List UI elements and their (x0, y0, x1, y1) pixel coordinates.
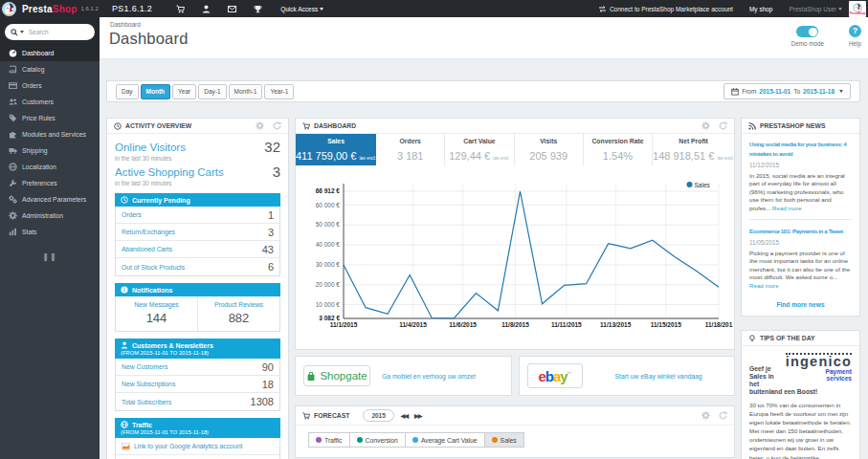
date-from-value: 2015-11-01 (759, 88, 790, 95)
user-avatar[interactable]: PrestaShop (849, 1, 866, 17)
range-button-month[interactable]: Month (141, 84, 171, 99)
shopgate-logo[interactable]: Shopgate (303, 365, 370, 386)
demo-mode-toggle[interactable] (796, 26, 818, 37)
marketplace-connect-link[interactable]: Connect to PrestaShop Marketplace accoun… (598, 5, 733, 13)
quick-access-menu[interactable]: Quick Access (280, 6, 323, 12)
range-button-year[interactable]: Year (172, 84, 196, 99)
cart-icon[interactable] (176, 5, 185, 13)
kpi-value: 205 939 (515, 150, 583, 162)
search-input[interactable] (29, 29, 86, 35)
forecast-legend-average-cart-value[interactable]: Average Cart Value (406, 432, 485, 448)
activity-row-link[interactable]: Total Subscribers (122, 399, 171, 405)
read-more-link[interactable]: Read more (749, 282, 779, 289)
globe-icon (121, 421, 128, 428)
shopgate-logo-text: Shopgate (320, 370, 367, 382)
tips-panel-header: TIPS OF THE DAY (742, 331, 859, 346)
activity-row-link[interactable]: Orders (122, 211, 142, 218)
help-control: ? Help (849, 25, 861, 47)
kpi-tile-sales[interactable]: Sales411 759,00 € tax excl. (296, 134, 376, 165)
sidebar-item-localization[interactable]: Localization (0, 159, 100, 175)
forecast-legend-sales[interactable]: Sales (485, 432, 524, 448)
sidebar-item-customers[interactable]: Customers (0, 94, 100, 110)
forecast-legend-traffic[interactable]: Traffic (308, 432, 350, 448)
gear-icon[interactable] (701, 411, 710, 420)
avatar-mascot-icon (853, 3, 862, 12)
next-year-button[interactable]: ▶▶ (414, 412, 421, 419)
activity-row-link[interactable]: New Customers (122, 363, 167, 370)
breadcrumb[interactable]: Dashboard (110, 21, 141, 28)
activity-row-value: 18 (262, 379, 274, 390)
sidebar-search (0, 17, 100, 45)
refresh-icon[interactable] (719, 411, 727, 420)
kpi-tile-net-profit[interactable]: Net Profit148 918,51 € tax excl. (653, 134, 734, 165)
shopgate-link[interactable]: Ga mobiel en verhoog uw omzet (382, 373, 476, 380)
truck-icon (9, 146, 22, 155)
forecast-year-pill[interactable]: 2015 (363, 409, 393, 422)
range-button-year-1[interactable]: Year-1 (264, 84, 294, 99)
kpi-tile-conversion-rate[interactable]: Conversion Rate1.54% (584, 134, 653, 165)
google-analytics-link[interactable]: Link to your Google Analytics account (134, 443, 242, 449)
bar-chart-icon (9, 228, 22, 236)
legend-dot-icon (412, 437, 418, 443)
search-icon (11, 29, 18, 36)
sidebar-item-stats[interactable]: Stats (0, 224, 100, 240)
kpi-tile-visits[interactable]: Visits205 939 (515, 134, 584, 165)
activity-row-link[interactable]: New Subscriptions (122, 381, 175, 387)
online-visitors-link[interactable]: Online Visitors (115, 142, 186, 153)
activity-row-link[interactable]: Abandoned Carts (122, 246, 172, 252)
sidebar-item-catalog[interactable]: Catalog (0, 61, 100, 77)
shop-name[interactable]: PS1.6.1.2 (112, 4, 152, 13)
find-more-news-link[interactable]: Find more news (749, 301, 852, 308)
help-icon[interactable]: ? (849, 25, 861, 37)
notification-label: Product Reviews (198, 301, 279, 308)
date-range-picker[interactable]: From 2015-11-01 To 2015-11-18 (723, 83, 851, 99)
svg-text:11/15/2015: 11/15/2015 (651, 321, 682, 328)
article-excerpt: In 2015, social media are an integral pa… (749, 172, 852, 212)
credit-card-icon (9, 81, 22, 90)
sidebar-item-dashboard[interactable]: Dashboard (0, 45, 100, 61)
sidebar-item-label: Preferences (22, 180, 57, 186)
globe-icon (9, 163, 22, 171)
activity-row-link[interactable]: Out of Stock Products (122, 264, 185, 271)
previous-year-button[interactable]: ◀◀ (401, 412, 408, 419)
sidebar-collapse-button[interactable]: ❚❚ (0, 252, 100, 261)
legend-dot-icon (357, 437, 363, 443)
sidebar-item-price-rules[interactable]: Price Rules (0, 110, 100, 126)
messages-icon[interactable] (228, 5, 236, 13)
active-carts-link[interactable]: Active Shopping Carts (115, 166, 224, 178)
user-menu[interactable]: PrestaShop User (790, 6, 843, 12)
search-box[interactable] (5, 24, 95, 40)
activity-row-link[interactable]: Return/Exchanges (122, 229, 175, 235)
kpi-label: Visits (515, 138, 583, 144)
forecast-legend-conversion[interactable]: Conversion (350, 432, 406, 448)
read-more-link[interactable]: Read more (772, 205, 802, 211)
sidebar-item-advanced-parameters[interactable]: Advanced Parameters (0, 191, 100, 208)
trophy-icon[interactable] (254, 5, 262, 13)
range-button-day-1[interactable]: Day-1 (198, 84, 226, 99)
my-shop-link[interactable]: My shop (749, 6, 773, 12)
article-title-link[interactable]: Ecommerce 101: Payments in a Tweet (749, 227, 852, 236)
sidebar-item-administration[interactable]: Administration (0, 208, 100, 224)
article-title-link[interactable]: Using social media for your business: 4 … (749, 140, 852, 159)
search-scope-chevron-icon[interactable] (20, 31, 24, 33)
kpi-tile-cart-value[interactable]: Cart Value129,44 € tax excl. (445, 134, 514, 165)
traffic-range: (FROM 2015-11-01 TO 2015-11-18) (121, 429, 275, 435)
range-button-month-1[interactable]: Month-1 (229, 84, 263, 99)
sidebar-item-shipping[interactable]: Shipping (0, 142, 100, 159)
notification-cell-product-reviews[interactable]: Product Reviews882 (197, 296, 279, 331)
ebay-logo[interactable]: ebay™ (527, 363, 583, 388)
ebay-link[interactable]: Start uw eBay winkel vandaag (615, 373, 702, 380)
range-button-day[interactable]: Day (116, 84, 139, 99)
gear-icon[interactable] (256, 121, 264, 130)
notification-cell-new-messages[interactable]: New Messages144 (116, 296, 197, 331)
active-carts-metric: Active Shopping Carts 3 (115, 165, 280, 179)
sidebar-item-modules-and-services[interactable]: Modules and Services (0, 126, 100, 142)
kpi-tile-orders[interactable]: Orders3 181 (376, 134, 445, 165)
refresh-icon[interactable] (719, 121, 727, 130)
refresh-icon[interactable] (273, 121, 281, 130)
customers-icon[interactable] (202, 5, 211, 13)
sidebar-item-preferences[interactable]: Preferences (0, 175, 100, 191)
sidebar-item-orders[interactable]: Orders (0, 77, 100, 94)
ingenico-logo[interactable]: ingenico Paymentservices (779, 353, 852, 382)
gear-icon[interactable] (701, 121, 710, 130)
